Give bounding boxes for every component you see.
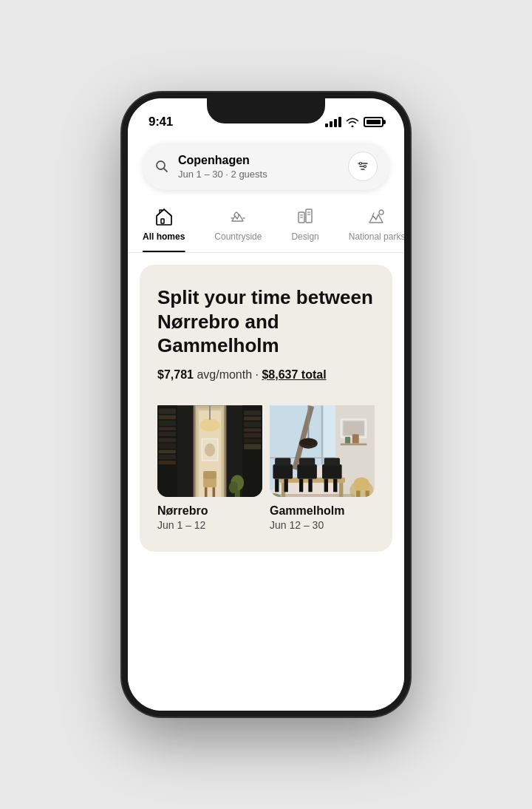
gammelholm-name: Gammelholm: [270, 504, 375, 518]
filter-button[interactable]: [348, 152, 378, 181]
svg-rect-70: [307, 405, 309, 441]
svg-point-72: [301, 438, 316, 446]
tab-all-homes-label: All homes: [143, 231, 185, 242]
svg-rect-18: [159, 415, 176, 419]
svg-rect-25: [159, 454, 176, 458]
filter-icon: [356, 160, 369, 173]
svg-rect-29: [244, 416, 261, 420]
svg-rect-69: [352, 434, 359, 443]
tab-all-homes[interactable]: All homes: [128, 202, 200, 252]
svg-rect-78: [275, 478, 279, 492]
total-price[interactable]: $8,637 total: [262, 368, 326, 381]
svg-rect-45: [209, 405, 211, 420]
tab-countryside[interactable]: Countryside: [200, 202, 276, 252]
split-price: $7,781 avg/month · $8,637 total: [157, 368, 375, 382]
svg-point-5: [364, 166, 366, 168]
svg-rect-42: [205, 487, 208, 497]
svg-rect-40: [203, 477, 216, 487]
split-images: Nørrebro Jun 1 – 12: [157, 398, 375, 532]
norrebro-dates: Jun 1 – 12: [157, 519, 262, 531]
svg-rect-68: [345, 436, 350, 443]
svg-rect-67: [341, 443, 367, 445]
svg-rect-91: [366, 490, 369, 497]
svg-point-44: [200, 418, 220, 431]
neighborhood-item-norrebro[interactable]: Nørrebro Jun 1 – 12: [157, 398, 262, 532]
status-icons: [325, 117, 383, 127]
signal-icon: [325, 117, 341, 127]
gammelholm-image: [270, 398, 375, 498]
status-bar: 9:41: [128, 98, 404, 135]
svg-rect-8: [306, 209, 312, 223]
svg-rect-82: [299, 478, 303, 492]
national-parks-icon: [366, 206, 387, 227]
battery-icon: [364, 117, 383, 127]
neighborhood-item-gammelholm[interactable]: Gammelholm Jun 12 – 30: [270, 398, 375, 532]
main-content: Split your time between Nørrebro and Gam…: [128, 253, 404, 563]
svg-rect-89: [354, 477, 369, 490]
search-bar[interactable]: Copenhagen Jun 1 – 30 · 2 guests: [143, 143, 389, 190]
svg-rect-32: [244, 433, 261, 437]
svg-rect-77: [275, 458, 290, 466]
svg-rect-38: [225, 405, 227, 498]
tab-countryside-label: Countryside: [214, 231, 262, 242]
svg-rect-85: [324, 458, 340, 466]
svg-rect-93: [276, 493, 355, 497]
svg-rect-28: [244, 410, 261, 415]
svg-rect-33: [244, 439, 261, 442]
tab-national-parks[interactable]: National parks: [334, 202, 404, 252]
svg-rect-24: [159, 450, 176, 453]
svg-rect-87: [333, 478, 337, 492]
svg-rect-90: [356, 490, 360, 497]
category-tabs: All homes Countryside: [128, 190, 404, 253]
svg-rect-86: [324, 478, 328, 492]
all-homes-icon: [154, 206, 174, 227]
search-text-block: Copenhagen Jun 1 – 30 · 2 guests: [178, 153, 339, 179]
svg-rect-37: [194, 405, 196, 498]
svg-rect-23: [159, 443, 176, 448]
svg-rect-84: [322, 464, 342, 479]
svg-point-13: [379, 210, 383, 214]
wifi-icon: [346, 117, 359, 127]
svg-rect-31: [244, 428, 261, 431]
norrebro-room-illustration: [157, 398, 262, 498]
countryside-icon: [228, 206, 248, 227]
split-card[interactable]: Split your time between Nørrebro and Gam…: [140, 265, 392, 552]
status-time: 9:41: [149, 115, 173, 129]
search-container: Copenhagen Jun 1 – 30 · 2 guests: [128, 135, 404, 190]
search-icon: [154, 159, 169, 174]
svg-rect-41: [203, 470, 216, 478]
search-destination: Copenhagen: [178, 153, 339, 167]
norrebro-name: Nørrebro: [157, 504, 262, 518]
svg-rect-34: [244, 444, 261, 449]
svg-rect-79: [284, 478, 288, 492]
svg-rect-80: [297, 464, 317, 479]
svg-rect-17: [159, 408, 176, 413]
svg-rect-21: [159, 431, 176, 436]
svg-rect-22: [159, 438, 176, 441]
svg-rect-30: [244, 422, 261, 427]
tab-national-parks-label: National parks: [349, 231, 404, 242]
phone-inner: 9:41: [128, 98, 404, 711]
split-title: Split your time between Nørrebro and Gam…: [157, 285, 375, 358]
svg-rect-20: [159, 427, 176, 430]
phone-frame: 9:41: [122, 92, 410, 717]
gammelholm-room-illustration: [270, 398, 375, 498]
avg-label: avg/month ·: [197, 368, 262, 381]
design-icon: [295, 206, 316, 227]
tab-design[interactable]: Design: [276, 202, 333, 252]
tab-design-label: Design: [291, 231, 318, 242]
gammelholm-dates: Jun 12 – 30: [270, 519, 375, 531]
svg-rect-19: [159, 420, 176, 425]
svg-rect-81: [299, 458, 315, 466]
avg-price: $7,781: [157, 368, 194, 381]
svg-rect-6: [161, 219, 164, 223]
svg-rect-46: [177, 497, 243, 498]
svg-point-0: [157, 161, 165, 169]
svg-rect-83: [308, 478, 312, 492]
svg-point-4: [360, 163, 362, 165]
svg-point-56: [229, 481, 238, 493]
svg-rect-26: [159, 460, 176, 464]
svg-rect-43: [213, 487, 216, 497]
search-details: Jun 1 – 30 · 2 guests: [178, 169, 339, 180]
norrebro-image: [157, 398, 262, 498]
